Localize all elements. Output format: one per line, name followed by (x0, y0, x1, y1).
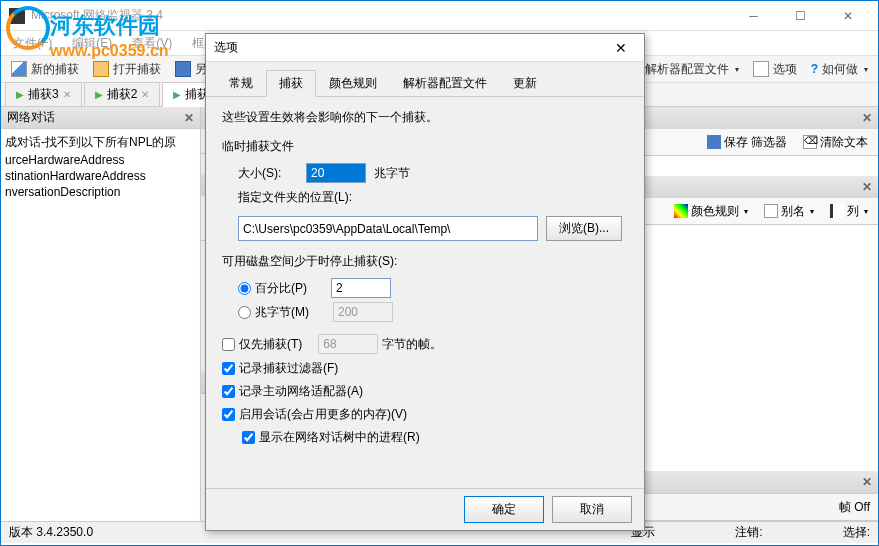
tab-capture2[interactable]: ▶ 捕获2 ✕ (84, 82, 161, 107)
panel-title: 网络对话 (7, 109, 55, 126)
help-icon: ? (811, 62, 818, 76)
dialog-titlebar: 选项 ✕ (206, 34, 644, 62)
list-icon (830, 204, 844, 218)
size-unit: 兆字节 (374, 165, 410, 182)
folder-label: 指定文件夹的位置(L): (238, 189, 352, 206)
play-icon: ▶ (95, 89, 103, 100)
cancel-button[interactable]: 取消 (552, 496, 632, 523)
options-label: 选项 (773, 61, 797, 78)
new-capture-label: 新的捕获 (31, 61, 79, 78)
tab-close-icon[interactable]: ✕ (141, 89, 149, 100)
close-button[interactable]: ✕ (825, 2, 870, 30)
alias-icon (764, 204, 778, 218)
list-item: nversationDescription (5, 184, 196, 200)
panel-close-icon[interactable]: ✕ (862, 111, 872, 125)
color-rules-button[interactable]: 颜色规则 (670, 201, 752, 222)
open-capture-button[interactable]: 打开捕获 (87, 59, 167, 80)
clear-text-button[interactable]: 清除文本 (799, 132, 872, 153)
columns-label: 列 (847, 203, 859, 220)
conversations-list[interactable]: 成对话-找不到以下所有NPL的原 urceHardwareAddress sti… (1, 129, 200, 521)
dialog-footer: 确定 取消 (206, 488, 644, 530)
percent-radio[interactable] (238, 282, 251, 295)
clear-text-label: 清除文本 (820, 134, 868, 151)
dialog-title: 选项 (214, 39, 606, 56)
record-filter-label: 记录捕获过滤器(F) (239, 360, 338, 377)
play-icon: ▶ (173, 89, 181, 100)
new-capture-button[interactable]: 新的捕获 (5, 59, 85, 80)
megabyte-label: 兆字节(M) (255, 304, 309, 321)
color-rules-label: 颜色规则 (691, 203, 739, 220)
record-filter-checkbox[interactable] (222, 362, 235, 375)
window-title: Microsoft 网络监视器 3.4 (31, 7, 731, 24)
minimize-button[interactable]: ─ (731, 2, 776, 30)
tab-capture3-label: 捕获3 (28, 86, 59, 103)
panel-close-icon[interactable]: ✕ (862, 475, 872, 489)
only-first-input (318, 334, 378, 354)
only-first-checkbox[interactable] (222, 338, 235, 351)
list-item: stinationHardwareAddress (5, 168, 196, 184)
percent-label: 百分比(P) (255, 280, 307, 297)
disk-space-label: 可用磁盘空间少于时停止捕获(S): (222, 253, 628, 270)
app-icon (9, 8, 25, 24)
save-icon (707, 135, 721, 149)
percent-input[interactable] (331, 278, 391, 298)
menu-file[interactable]: 文件(F) (9, 33, 56, 54)
version-label: 版本 3.4.2350.0 (9, 524, 93, 541)
options-icon (753, 61, 769, 77)
frame-off-label: 帧 Off (839, 499, 870, 516)
only-first-unit: 字节的帧。 (382, 336, 442, 353)
menu-edit[interactable]: 编辑(E) (68, 33, 116, 54)
enable-session-checkbox[interactable] (222, 408, 235, 421)
tab-capture[interactable]: 捕获 (266, 70, 316, 97)
clear-icon (803, 135, 817, 149)
new-icon (11, 61, 27, 77)
howto-button[interactable]: ? 如何做 (805, 59, 874, 80)
save-icon (175, 61, 191, 77)
dialog-body: 这些设置生效将会影响你的下一个捕获。 临时捕获文件 大小(S): 兆字节 指定文… (206, 97, 644, 493)
browse-button[interactable]: 浏览(B)... (546, 216, 622, 241)
tab-general[interactable]: 常规 (216, 70, 266, 97)
enable-session-label: 启用会话(会占用更多的内存)(V) (239, 406, 407, 423)
open-icon (93, 61, 109, 77)
tab-capture3[interactable]: ▶ 捕获3 ✕ (5, 82, 82, 107)
size-label: 大小(S): (238, 165, 298, 182)
tab-color-rules[interactable]: 颜色规则 (316, 70, 390, 97)
record-adapter-checkbox[interactable] (222, 385, 235, 398)
select-label: 选择: (843, 524, 870, 541)
size-input[interactable] (306, 163, 366, 183)
options-button[interactable]: 选项 (747, 59, 803, 80)
tab-close-icon[interactable]: ✕ (63, 89, 71, 100)
save-filter-button[interactable]: 保存 筛选器 (703, 132, 791, 153)
dialog-close-button[interactable]: ✕ (606, 36, 636, 60)
megabyte-radio[interactable] (238, 306, 251, 319)
color-icon (674, 204, 688, 218)
play-icon: ▶ (16, 89, 24, 100)
dialog-description: 这些设置生效将会影响你的下一个捕获。 (222, 109, 628, 126)
maximize-button[interactable]: ☐ (778, 2, 823, 30)
ok-button[interactable]: 确定 (464, 496, 544, 523)
show-process-checkbox[interactable] (242, 431, 255, 444)
alias-button[interactable]: 别名 (760, 201, 818, 222)
show-process-label: 显示在网络对话树中的进程(R) (259, 429, 420, 446)
panel-close-icon[interactable]: ✕ (862, 180, 872, 194)
megabyte-input (333, 302, 393, 322)
open-capture-label: 打开捕获 (113, 61, 161, 78)
howto-label: 如何做 (822, 61, 858, 78)
dismiss-label: 注销: (735, 524, 762, 541)
columns-button[interactable]: 列 (826, 201, 872, 222)
menu-view[interactable]: 查看(V) (128, 33, 176, 54)
tab-update[interactable]: 更新 (500, 70, 550, 97)
dialog-tabs: 常规 捕获 颜色规则 解析器配置文件 更新 (206, 62, 644, 97)
save-filter-label: 保存 筛选器 (724, 134, 787, 151)
options-dialog: 选项 ✕ 常规 捕获 颜色规则 解析器配置文件 更新 这些设置生效将会影响你的下… (205, 33, 645, 531)
network-conversations-panel: 网络对话 ✕ 成对话-找不到以下所有NPL的原 urceHardwareAddr… (1, 107, 201, 521)
panel-header: 网络对话 ✕ (1, 107, 200, 129)
tab-parser-profiles[interactable]: 解析器配置文件 (390, 70, 500, 97)
record-adapter-label: 记录主动网络适配器(A) (239, 383, 363, 400)
titlebar: Microsoft 网络监视器 3.4 ─ ☐ ✕ (1, 1, 878, 31)
panel-close-icon[interactable]: ✕ (184, 111, 194, 125)
temp-files-label: 临时捕获文件 (222, 138, 628, 155)
parser-profiles-label: 解析器配置文件 (645, 61, 729, 78)
only-first-label: 仅先捕获(T) (239, 336, 302, 353)
folder-input[interactable] (238, 216, 538, 241)
